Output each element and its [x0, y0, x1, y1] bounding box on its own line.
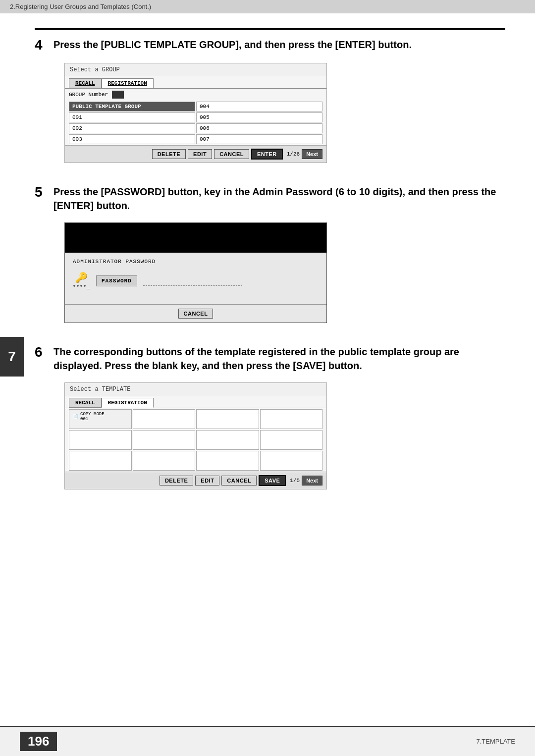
template-cell-11[interactable] [260, 451, 323, 471]
grid-cell-1[interactable]: 004 [196, 102, 322, 111]
copy-mode-icon: 📄 [72, 414, 78, 420]
template-cell-9[interactable] [133, 451, 196, 471]
step4-divider [35, 28, 505, 30]
screen1-enter-button[interactable]: ENTER [251, 149, 283, 160]
key-symbol-icon: 🔑 [75, 271, 88, 284]
page-label: 7.TEMPLATE [476, 738, 515, 745]
group-input-box[interactable] [112, 91, 124, 99]
main-content: 4 Press the [PUBLIC TEMPLATE GROUP], and… [0, 13, 535, 526]
grid-cell-6[interactable]: 003 [69, 134, 195, 144]
screen2-inner: ADMINISTRATOR PASSWORD 🔑 ****_ PASSWORD [65, 253, 326, 304]
screen1-footer: DELETE EDIT CANCEL ENTER 1/26 Next [65, 145, 326, 162]
template-cell-10[interactable] [196, 451, 259, 471]
password-row: 🔑 ****_ PASSWORD [73, 271, 319, 290]
password-button[interactable]: PASSWORD [96, 275, 137, 286]
screen1-title: Select a GROUP [65, 63, 326, 76]
step4-container: 4 Press the [PUBLIC TEMPLATE GROUP], and… [35, 28, 505, 163]
grid-cell-5[interactable]: 006 [196, 123, 322, 133]
screen3-next-button[interactable]: Next [302, 476, 322, 486]
screen3-title: Select a TEMPLATE [65, 383, 326, 396]
screen2-footer: CANCEL [65, 304, 326, 323]
screen3-edit-button[interactable]: EDIT [195, 476, 219, 486]
page-number: 196 [20, 732, 57, 751]
header-text: 2.Registering User Groups and Templates … [10, 3, 151, 10]
template-cell-5[interactable] [133, 430, 196, 450]
screen1-tab-registration[interactable]: REGISTRATION [102, 78, 154, 88]
screen2-cancel-button[interactable]: CANCEL [178, 309, 214, 319]
screen1-mockup: Select a GROUP RECALL REGISTRATION GROUP… [64, 63, 327, 163]
screen3-tab-row: RECALL REGISTRATION [65, 396, 326, 408]
template-grid: 📄 COPY MODE001 [65, 408, 326, 472]
screen1-page-info: 1/26 [287, 151, 300, 157]
grid-cell-7[interactable]: 007 [196, 134, 322, 144]
step4-text: Press the [PUBLIC TEMPLATE GROUP], and t… [54, 38, 412, 52]
screen3-page-info: 1/5 [290, 478, 300, 484]
step5-container: 5 Press the [PASSWORD] button, key in th… [35, 185, 505, 323]
template-cell-3[interactable] [260, 409, 323, 429]
grid-cell-2[interactable]: 001 [69, 112, 195, 122]
key-icon: 🔑 ****_ [73, 271, 90, 290]
step5-header: 5 Press the [PASSWORD] button, key in th… [35, 185, 505, 213]
key-text: ****_ [73, 285, 90, 290]
step5-text: Press the [PASSWORD] button, key in the … [54, 185, 505, 213]
group-number-label: GROUP Number [69, 92, 108, 98]
screen1-tab-recall[interactable]: RECALL [69, 78, 102, 88]
template-cell-icon-row: 📄 COPY MODE001 [72, 412, 128, 422]
page-footer: 196 7.TEMPLATE [0, 726, 535, 756]
step6-container: 6 The corresponding buttons of the templ… [35, 345, 505, 489]
screen1-delete-button[interactable]: DELETE [152, 149, 186, 159]
grid-cell-3[interactable]: 005 [196, 112, 322, 122]
step5-number: 5 [35, 185, 49, 200]
template-cell-2[interactable] [196, 409, 259, 429]
template-cell-1[interactable] [133, 409, 196, 429]
step4-header: 4 Press the [PUBLIC TEMPLATE GROUP], and… [35, 38, 505, 53]
screen3-mockup: Select a TEMPLATE RECALL REGISTRATION 📄 … [64, 382, 327, 489]
screen1-edit-button[interactable]: EDIT [188, 149, 212, 159]
step6-text: The corresponding buttons of the templat… [54, 345, 505, 373]
step4-number: 4 [35, 38, 49, 53]
step6-number: 6 [35, 345, 49, 360]
screen3-cancel-button[interactable]: CANCEL [221, 476, 257, 486]
copy-mode-label: COPY MODE001 [80, 412, 105, 422]
screen3-footer: DELETE EDIT CANCEL SAVE 1/5 Next [65, 472, 326, 489]
screen3-save-button[interactable]: SAVE [259, 475, 286, 486]
screen1-grid: PUBLIC TEMPLATE GROUP 004 001 005 002 00… [65, 101, 326, 145]
screen1-next-button[interactable]: Next [302, 149, 322, 159]
screen3-tab-registration[interactable]: REGISTRATION [102, 398, 154, 408]
template-cell-7[interactable] [260, 430, 323, 450]
password-input-field[interactable] [143, 276, 242, 286]
screen1-tab-row: RECALL REGISTRATION [65, 76, 326, 89]
grid-cell-4[interactable]: 002 [69, 123, 195, 133]
template-cell-0[interactable]: 📄 COPY MODE001 [69, 409, 132, 429]
screen3-tab-recall[interactable]: RECALL [69, 398, 102, 408]
screen1-group-number-row: GROUP Number [65, 89, 326, 101]
screen3-delete-button[interactable]: DELETE [160, 476, 193, 486]
grid-cell-0[interactable]: PUBLIC TEMPLATE GROUP [69, 102, 195, 111]
template-cell-8[interactable] [69, 451, 132, 471]
template-cell-6[interactable] [196, 430, 259, 450]
header-bar: 2.Registering User Groups and Templates … [0, 0, 535, 13]
template-cell-4[interactable] [69, 430, 132, 450]
screen2-black-top [65, 223, 326, 253]
step6-header: 6 The corresponding buttons of the templ… [35, 345, 505, 373]
screen2-mockup: ADMINISTRATOR PASSWORD 🔑 ****_ PASSWORD … [64, 222, 327, 323]
screen1-cancel-button[interactable]: CANCEL [214, 149, 249, 159]
password-label: ADMINISTRATOR PASSWORD [73, 259, 319, 265]
